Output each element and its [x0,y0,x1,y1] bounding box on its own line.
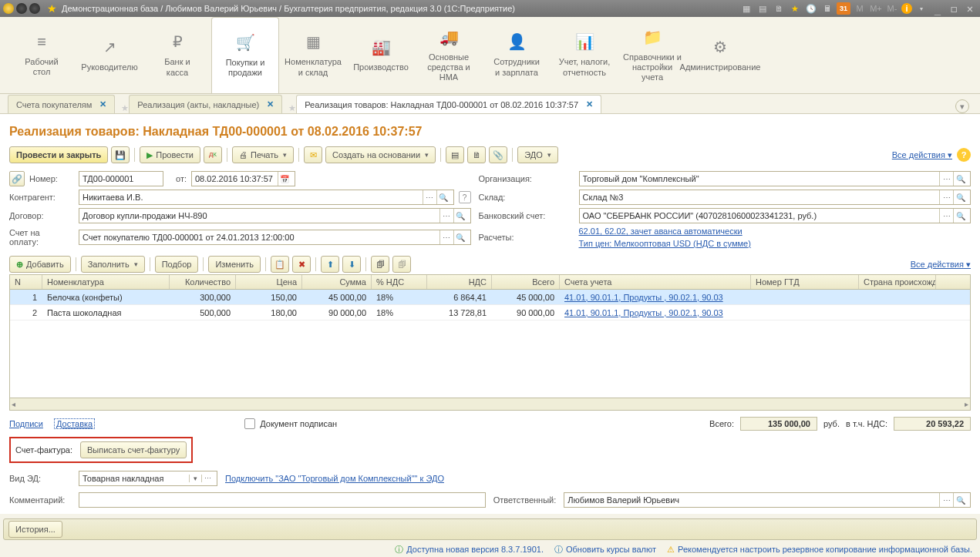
col-vat-percent[interactable]: % НДС [372,275,427,289]
table-row[interactable]: 2Паста шоколадная500,000180,0090 000,001… [10,305,970,320]
connect-edo-link[interactable]: Подключить "ЗАО "Торговый дом Комплексны… [225,474,444,483]
table-body[interactable]: 1Белочка (конфеты)300,000150,0045 000,00… [10,290,970,398]
signatures-link[interactable]: Подписи [9,419,43,428]
minimize-icon[interactable]: _ [931,2,945,15]
col-accounts[interactable]: Счета учета [560,275,751,289]
tab-star-icon[interactable]: ★ [121,103,129,113]
tb-info-icon[interactable]: i [901,3,912,14]
add-row-button[interactable]: ⊕Добавить [9,256,71,273]
tb-icon-2[interactable]: ▤ [756,2,770,15]
tb-m-icon[interactable]: M [853,2,867,15]
invoice-input[interactable]: Счет покупателю ТД00-000001 от 24.01.201… [79,230,471,245]
table-h-scrollbar[interactable]: ◂▸ [10,398,970,410]
section-item[interactable]: 🛒Покупки ипродажи [211,17,279,93]
store-select-icon[interactable]: ⋯ [939,190,953,204]
tab-close-icon[interactable]: ✕ [267,99,274,109]
section-item[interactable]: 📊Учет, налоги,отчетность [551,17,618,93]
org-open-icon[interactable]: 🔍 [953,172,967,186]
status-update-rates[interactable]: ⓘОбновить курсы валют [554,544,656,555]
save-button[interactable]: 💾 [111,146,130,163]
email-button[interactable]: ✉ [304,146,322,163]
col-n[interactable]: N [10,275,42,289]
clipboard-paste-button[interactable]: 🗐 [392,256,411,273]
tb-star-icon[interactable]: ★ [788,2,802,15]
link-icon-button[interactable]: 🔗 [9,171,25,186]
bank-open-icon[interactable]: 🔍 [953,209,967,223]
create-based-button[interactable]: Создать на основании▾ [325,146,436,163]
section-item[interactable]: ⚙Администрирование [686,17,754,93]
pick-button[interactable]: Подбор [155,256,199,273]
section-item[interactable]: 👤Сотрудникии зарплата [483,17,551,93]
nav-fwd-icon[interactable] [29,3,40,14]
contractor-help-icon[interactable]: ? [459,191,471,203]
dt-kt-button[interactable]: ДК [204,146,222,163]
agreement-input[interactable]: Договор купли-продажи НЧ-890⋯🔍 [79,208,471,223]
col-quantity[interactable]: Количество [170,275,236,289]
document-tab[interactable]: Реализация товаров: Накладная ТД00-00000… [296,95,601,113]
bank-input[interactable]: ОАО "СБЕРБАНК РОССИИ" (40702810600023341… [579,208,972,223]
resp-open-icon[interactable]: 🔍 [953,493,967,507]
section-item[interactable]: ↗Руководителю [76,17,143,93]
all-actions-link[interactable]: Все действия ▾ [892,150,952,160]
calendar-picker-icon[interactable]: 📅 [278,172,291,186]
favorite-star-icon[interactable]: ★ [47,2,57,15]
app-orb-icon[interactable] [3,3,14,14]
col-gtd[interactable]: Номер ГТД [751,275,859,289]
col-sum[interactable]: Сумма [302,275,372,289]
ctr-open-icon[interactable]: 🔍 [436,190,450,204]
org-input[interactable]: Торговый дом "Комплексный"⋯🔍 [579,171,972,186]
post-button[interactable]: ▶Провести [140,146,200,163]
tab-star-icon[interactable]: ★ [288,103,296,113]
ed-type-select[interactable]: Товарная накладная ▾ ⋯ [79,471,217,486]
tb-icon-1[interactable]: ▦ [739,2,753,15]
tb-history-icon[interactable]: 🕓 [804,2,818,15]
print-button[interactable]: 🖨Печать▾ [232,146,294,163]
nav-back-icon[interactable] [16,3,27,14]
status-backup-warning[interactable]: ⚠Рекомендуется настроить резервное копир… [667,545,972,555]
ed-select-icon[interactable]: ⋯ [201,475,214,482]
ed-dropdown-icon[interactable]: ▾ [189,475,201,482]
structure-button[interactable]: ▤ [446,146,464,163]
resp-select-icon[interactable]: ⋯ [939,493,953,507]
maximize-icon[interactable]: ◻ [947,2,961,15]
tb-calendar-icon[interactable]: 31 [837,2,850,15]
tb-mminus-icon[interactable]: M- [885,2,899,15]
agr-select-icon[interactable]: ⋯ [439,209,453,223]
col-nomenclature[interactable]: Номенклатура [42,275,170,289]
calc-settings-link[interactable]: 62.01, 62.02, зачет аванса автоматически [579,226,972,236]
files-button[interactable]: 🗎 [467,146,486,163]
move-up-button[interactable]: ⬆ [321,256,339,273]
section-item[interactable]: 📁Справочники инастройки учета [618,17,686,93]
attach-button[interactable]: 📎 [489,146,507,163]
tabs-dropdown-icon[interactable]: ▾ [955,99,969,113]
section-item[interactable]: ₽Банк икасса [143,17,211,93]
tb-mplus-icon[interactable]: M+ [869,2,883,15]
store-input[interactable]: Склад №3⋯🔍 [579,190,972,205]
table-row[interactable]: 1Белочка (конфеты)300,000150,0045 000,00… [10,290,970,305]
col-country[interactable]: Страна происхожде... [859,275,936,289]
inv-open-icon[interactable]: 🔍 [453,230,467,244]
col-price[interactable]: Цена [236,275,302,289]
comment-input[interactable] [79,492,486,508]
responsible-input[interactable]: Любимов Валерий Юрьевич⋯🔍 [564,492,971,508]
document-tab[interactable]: Счета покупателям✕ [8,95,115,113]
table-all-actions-link[interactable]: Все действия ▾ [911,260,971,269]
number-input[interactable]: ТД00-000001 [79,171,163,186]
edo-button[interactable]: ЭДО▾ [517,146,558,163]
history-button[interactable]: История... [8,521,62,538]
tab-close-icon[interactable]: ✕ [99,99,106,109]
tb-icon-3[interactable]: 🗎 [772,2,786,15]
document-signed-checkbox[interactable] [244,418,255,429]
section-item[interactable]: ▦Номенклатураи склад [279,17,347,93]
bank-select-icon[interactable]: ⋯ [939,209,953,223]
col-total[interactable]: Всего [492,275,560,289]
ctr-select-icon[interactable]: ⋯ [423,190,436,204]
change-button[interactable]: Изменить [208,256,261,273]
fill-button[interactable]: Заполнить▾ [81,256,145,273]
col-vat[interactable]: НДС [427,275,492,289]
post-and-close-button[interactable]: Провести и закрыть [9,146,108,163]
clipboard-copy-button[interactable]: 🗐 [371,256,389,273]
move-down-button[interactable]: ⬇ [342,256,361,273]
accounts-link[interactable]: 41.01, 90.01.1, Продукты , 90.02.1, 90.0… [564,308,723,317]
date-input[interactable]: 08.02.2016 10:37:57📅 [191,171,295,186]
